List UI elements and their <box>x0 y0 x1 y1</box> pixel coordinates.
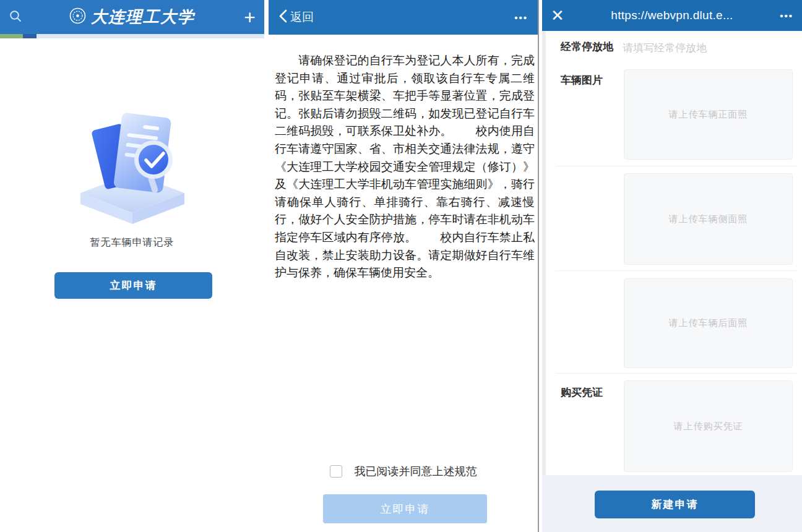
parking-location-label: 经常停放地 <box>561 40 613 54</box>
more-menu-icon[interactable]: ••• <box>780 11 793 20</box>
upload-front-placeholder: 请上传车辆正面照 <box>669 109 748 121</box>
upload-side-photo[interactable]: 请上传车辆侧面照 <box>624 173 793 265</box>
vehicle-photos-label: 车辆图片 <box>561 73 603 87</box>
close-icon[interactable]: ✕ <box>551 7 564 24</box>
back-label: 返回 <box>290 9 314 25</box>
app-home-header: + <box>0 0 264 34</box>
webview-url: https://webvpn.dlut.e... <box>611 9 733 22</box>
parking-location-input[interactable]: 请填写经常停放地 <box>623 41 707 55</box>
search-icon[interactable] <box>9 9 22 25</box>
new-application-button[interactable]: 新建申请 <box>595 491 755 518</box>
upload-receipt[interactable]: 请上传购买凭证 <box>624 380 793 472</box>
row-divider <box>556 373 797 374</box>
agreement-row: 我已阅读并同意上述规范 <box>269 464 538 479</box>
panel-app-home: + 大连理工大学 <box>0 0 264 532</box>
rules-header: 返回 ••• <box>269 0 538 35</box>
back-button[interactable]: 返回 <box>278 9 314 25</box>
panel-application-form: ✕ ••• https://webvpn.dlut.e... 经常停放地 请填写… <box>542 0 802 532</box>
peek-segment <box>23 34 37 38</box>
add-icon[interactable]: + <box>244 7 256 27</box>
upload-side-placeholder: 请上传车辆侧面照 <box>669 213 748 225</box>
chevron-left-icon <box>278 9 287 25</box>
upload-front-photo[interactable]: 请上传车辆正面照 <box>624 69 793 160</box>
webview-url-bar: https://webvpn.dlut.e... <box>579 0 765 31</box>
peek-segment <box>0 34 23 38</box>
screenshot-root: + 大连理工大学 <box>0 0 802 532</box>
rules-notice-text: 请确保登记的自行车为登记人本人所有，完成登记申请、通过审批后，领取该自行车专属二… <box>275 52 535 282</box>
more-menu-icon[interactable]: ••• <box>514 13 528 22</box>
row-divider <box>556 270 797 271</box>
row-divider <box>556 166 797 166</box>
apply-now-button-disabled[interactable]: 立即申请 <box>323 494 487 523</box>
agreement-checkbox[interactable] <box>330 465 342 478</box>
page-edge-gutter <box>542 31 546 532</box>
empty-state-text: 暂无车辆申请记录 <box>0 236 264 249</box>
upload-receipt-placeholder: 请上传购买凭证 <box>674 421 743 432</box>
empty-state-illustration <box>75 106 189 226</box>
scrolled-content-strip <box>0 34 264 38</box>
panel-rules-notice: 返回 ••• 请确保登记的自行车为登记人本人所有，完成登记申请、通过审批后，领取… <box>269 0 539 532</box>
upload-rear-photo[interactable]: 请上传车辆后面照 <box>624 278 793 368</box>
agreement-label: 我已阅读并同意上述规范 <box>355 464 477 479</box>
upload-rear-placeholder: 请上传车辆后面照 <box>669 317 748 329</box>
apply-now-button[interactable]: 立即申请 <box>54 272 212 299</box>
peek-segment <box>37 34 264 38</box>
purchase-receipt-label: 购买凭证 <box>561 385 603 400</box>
form-footer: 新建申请 <box>542 475 802 532</box>
